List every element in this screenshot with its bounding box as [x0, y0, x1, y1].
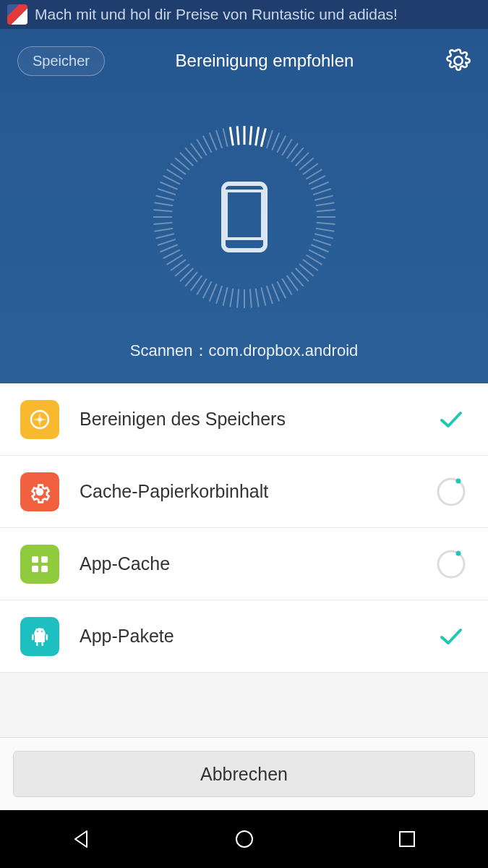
svg-point-83 [38, 417, 42, 421]
svg-line-45 [209, 284, 216, 301]
svg-rect-86 [32, 556, 38, 563]
grid-icon [20, 545, 59, 584]
circle-home-icon [234, 828, 255, 850]
svg-line-41 [237, 289, 239, 308]
svg-line-77 [223, 128, 227, 146]
svg-point-90 [438, 551, 464, 577]
svg-point-99 [236, 831, 252, 847]
svg-line-15 [311, 182, 328, 190]
svg-line-21 [316, 223, 335, 224]
svg-line-6 [277, 136, 286, 153]
scan-category-label: App-Pakete [80, 626, 435, 647]
notification-bar[interactable]: Mach mit und hol dir Preise von Runtasti… [0, 0, 488, 29]
svg-line-64 [158, 189, 176, 195]
svg-line-61 [153, 210, 172, 211]
svg-line-55 [160, 244, 177, 252]
svg-line-65 [160, 182, 177, 190]
spinner-icon [435, 475, 468, 509]
notification-text: Mach mit und hol dir Preise von Runtasti… [35, 6, 398, 23]
scan-category-row[interactable]: App-Cache [0, 528, 488, 600]
toolbar: Speicher Bereinigung empfohlen [0, 29, 488, 80]
scan-status-text: Scannen：com.dropbox.android [0, 340, 488, 362]
gear-icon [20, 472, 59, 511]
svg-line-23 [314, 234, 333, 238]
svg-rect-89 [41, 566, 48, 572]
compass-icon [20, 400, 59, 439]
scan-category-label: Bereinigen des Speichers [80, 409, 435, 430]
svg-line-5 [272, 133, 279, 150]
svg-point-98 [41, 631, 43, 632]
android-icon [20, 617, 59, 656]
svg-line-56 [158, 239, 176, 245]
svg-line-26 [309, 250, 325, 258]
svg-point-97 [37, 631, 38, 632]
svg-line-16 [313, 189, 331, 195]
svg-point-85 [456, 478, 461, 483]
svg-line-76 [216, 130, 222, 148]
svg-line-14 [309, 176, 325, 184]
svg-line-38 [255, 289, 258, 307]
nav-back-button[interactable] [69, 826, 95, 852]
cancel-button[interactable]: Abbrechen [13, 751, 475, 797]
svg-line-36 [266, 286, 272, 304]
svg-line-39 [249, 289, 251, 308]
svg-line-1 [249, 126, 251, 145]
scan-category-row[interactable]: Bereinigen des Speichers [0, 383, 488, 456]
svg-line-62 [154, 203, 173, 205]
scan-category-list: Bereinigen des SpeichersCache-Papierkorb… [0, 383, 488, 673]
phone-icon [219, 181, 270, 253]
svg-rect-93 [32, 634, 34, 640]
checkmark-icon [435, 403, 468, 436]
svg-line-2 [255, 127, 258, 146]
svg-line-35 [272, 284, 279, 301]
scan-progress-ring [150, 123, 338, 311]
svg-rect-87 [41, 556, 48, 563]
svg-point-84 [438, 479, 464, 505]
svg-line-78 [230, 127, 233, 146]
scan-package: com.dropbox.android [209, 341, 359, 359]
triangle-back-icon [71, 828, 93, 850]
svg-line-18 [315, 203, 334, 205]
nav-recent-button[interactable] [394, 826, 420, 852]
scan-category-row[interactable]: Cache-Papierkorbinhalt [0, 456, 488, 528]
svg-rect-96 [42, 642, 44, 646]
svg-line-44 [216, 286, 222, 304]
svg-rect-81 [226, 191, 262, 239]
svg-line-42 [230, 289, 233, 307]
android-nav-bar [0, 810, 488, 868]
svg-line-4 [266, 130, 272, 148]
header: Speicher Bereinigung empfohlen Scannen：c… [0, 29, 488, 383]
svg-line-66 [163, 176, 179, 184]
svg-line-79 [237, 126, 239, 145]
svg-line-59 [153, 223, 172, 224]
svg-line-43 [223, 287, 227, 305]
svg-rect-88 [32, 566, 38, 572]
scan-category-label: App-Cache [80, 553, 435, 574]
scan-prefix: Scannen： [130, 341, 209, 359]
svg-rect-94 [46, 634, 48, 640]
svg-line-25 [311, 244, 328, 252]
notification-app-icon [7, 4, 27, 25]
svg-point-91 [456, 550, 461, 556]
scan-category-row[interactable]: App-Pakete [0, 600, 488, 673]
page-title: Bereinigung empfohlen [83, 51, 446, 71]
checkmark-icon [435, 620, 468, 653]
svg-line-54 [163, 250, 179, 258]
svg-line-19 [316, 210, 335, 211]
svg-line-74 [202, 136, 211, 153]
settings-button[interactable] [446, 48, 471, 73]
svg-rect-95 [36, 642, 38, 646]
svg-line-34 [277, 281, 286, 298]
svg-rect-80 [223, 184, 265, 250]
svg-rect-100 [400, 832, 414, 846]
scan-category-label: Cache-Papierkorbinhalt [80, 481, 435, 502]
svg-line-3 [261, 128, 265, 146]
svg-line-58 [154, 229, 173, 231]
spinner-icon [435, 548, 468, 581]
nav-home-button[interactable] [231, 826, 257, 852]
svg-line-22 [315, 229, 334, 231]
svg-line-24 [313, 239, 331, 245]
svg-line-57 [155, 234, 174, 238]
square-recent-icon [397, 829, 417, 849]
svg-line-63 [155, 196, 174, 200]
